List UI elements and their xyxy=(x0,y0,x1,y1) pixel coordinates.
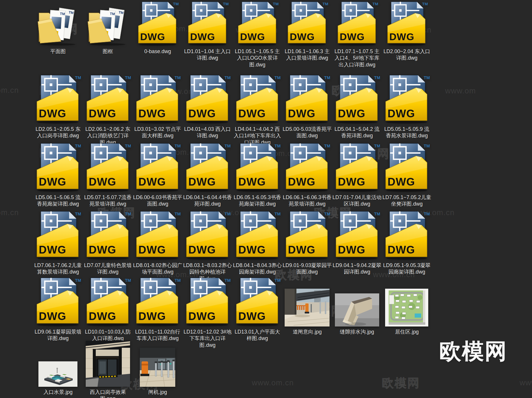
file-icon-holder: TM DWG xyxy=(134,277,181,326)
file-name-label: 西入口岗亭效果图.png xyxy=(83,389,133,398)
file-item[interactable]: 入口水景.jpg xyxy=(33,389,83,395)
file-item[interactable]: 西入口岗亭效果图.png xyxy=(83,389,133,398)
file-name-label: LD5.07.1-5.07.7流香苑景墙详图.dwg xyxy=(83,194,133,207)
dwg-file-icon: TM DWG xyxy=(184,277,231,326)
file-item[interactable]: TM DWG LD9.06.1凝翠园景墙详图.dwg xyxy=(33,329,83,342)
dwg-file-icon: TM DWG xyxy=(384,142,430,192)
file-item[interactable]: TM DWG LD6.06.1~6.06.3书香苑景墙详图.dwg xyxy=(282,194,332,207)
folder-icon: TM TM VG xyxy=(86,5,130,46)
svg-text:DWG: DWG xyxy=(388,108,415,120)
file-icon-holder xyxy=(335,293,379,326)
file-item[interactable]: TM DWG LD3.01~3.02 节点平面大样图.dwg xyxy=(133,126,183,139)
folder-item[interactable]: TM TM VG 图框 xyxy=(83,48,133,55)
file-item[interactable]: 道闸意向.jpg xyxy=(282,329,332,335)
file-icon-holder xyxy=(38,361,77,387)
file-icon-holder: TM DWG xyxy=(234,210,280,260)
svg-text:TM: TM xyxy=(274,211,280,216)
svg-text:DWG: DWG xyxy=(338,108,365,120)
svg-text:DWG: DWG xyxy=(338,244,365,256)
dwg-file-icon: TM DWG xyxy=(236,1,278,46)
file-item[interactable]: TM DWG LD8.04.1~8.04.3养心园廊架详图.dwg xyxy=(232,262,282,275)
svg-text:DWG: DWG xyxy=(188,176,216,188)
file-item[interactable]: 居住区.jpg xyxy=(382,329,432,335)
file-item[interactable]: TM DWG 0-base.dwg xyxy=(133,48,183,55)
folder-item[interactable]: TM TM VG 平面图 xyxy=(33,48,83,55)
file-item[interactable]: TM DWG LD7.05.1~7.05.2儿童坐凳详图.dwg xyxy=(382,194,432,207)
water-feature-image-thumbnail xyxy=(38,361,77,387)
file-item[interactable]: 闸机.jpg xyxy=(133,389,183,395)
file-item[interactable]: TM DWG LD7.01-7.04儿童活动区详图.dwg xyxy=(332,194,382,207)
svg-text:DWG: DWG xyxy=(188,108,216,120)
file-item[interactable]: TM DWG LD7.07儿童特色景墙详图.dwg xyxy=(83,262,133,275)
svg-text:DWG: DWG xyxy=(388,176,415,188)
file-item[interactable]: TM DWG LD9.05.1-9.05.3凝翠园廊架详图.dwg xyxy=(382,262,432,275)
gate-photo-thumbnail xyxy=(285,289,330,326)
dwg-file-icon: TM DWG xyxy=(184,142,231,192)
svg-text:TM: TM xyxy=(323,2,328,6)
svg-text:DWG: DWG xyxy=(288,176,316,188)
svg-text:DWG: DWG xyxy=(39,108,66,120)
file-item[interactable]: TM DWG LD1.05.1~1.05.5 主入口LOGO水景详图.dwg xyxy=(232,48,282,68)
file-item[interactable]: TM DWG LD1.07.1~1.07.5 主入口4、5#地下车库出入口详图.… xyxy=(332,48,382,68)
file-icon-holder: TM DWG xyxy=(85,210,131,260)
file-name-label: LD7.06.1-7.06.2儿童算数景墙详图.dwg xyxy=(33,262,83,275)
file-item[interactable]: TM DWG LD5.07.1-5.07.7流香苑景墙详图.dwg xyxy=(83,194,133,207)
svg-text:TM: TM xyxy=(75,143,81,148)
file-item[interactable]: TM DWG LD6.05.1-6.05.3书香苑廊架详图.dwg xyxy=(232,194,282,207)
file-item[interactable]: TM DWG LD7.06.1-7.06.2儿童算数景墙详图.dwg xyxy=(33,262,83,275)
file-icon-holder: TM DWG xyxy=(35,210,81,260)
file-icon-holder: TM DWG xyxy=(35,142,81,192)
dwg-file-icon: TM DWG xyxy=(336,1,378,46)
folder-icon: TM TM VG xyxy=(36,5,80,46)
file-item[interactable]: TM DWG LD1.06.1~1.06.3 主入口景墙详图.dwg xyxy=(282,48,332,61)
file-item[interactable]: TM DWG LD12.01~12.02 3#地下车库出入口详图.dwg xyxy=(183,329,233,348)
file-name-label: 0-base.dwg xyxy=(133,48,183,55)
file-item[interactable]: TM DWG LD13.01入户平面大样图.dwg xyxy=(232,329,282,342)
svg-text:TM: TM xyxy=(274,278,280,282)
file-item[interactable]: TM DWG LD10.01~10.03人防入口详图.dwg xyxy=(83,329,133,342)
file-item[interactable]: TM DWG LD5.05.1~5.05.9 流香苑水景详图.dwg xyxy=(382,126,432,139)
file-name-label: 平面图 xyxy=(33,48,83,55)
dwg-file-icon: TM DWG xyxy=(384,74,430,124)
svg-text:TM: TM xyxy=(424,75,430,80)
dwg-file-icon: TM DWG xyxy=(85,210,131,260)
file-item[interactable]: TM DWG LD2.05.1~2.05.5 东入口岗亭详图.dwg xyxy=(33,126,83,139)
svg-text:DWG: DWG xyxy=(39,176,66,188)
file-name-label: 缝隙排水沟.jpg xyxy=(332,329,382,335)
svg-text:DWG: DWG xyxy=(388,244,415,256)
svg-text:TM: TM xyxy=(225,75,231,80)
file-item[interactable]: TM DWG LD9.04.1~9.04.2凝翠园详图.dwg xyxy=(332,262,382,275)
file-item[interactable]: TM DWG LD6.00-6.03书香苑平面图.dwg xyxy=(133,194,183,207)
dwg-file-icon: TM DWG xyxy=(334,74,380,124)
file-icon-holder: TM DWG xyxy=(85,74,131,124)
svg-text:TM: TM xyxy=(68,10,74,15)
file-item[interactable]: TM DWG LD5.04.1~5.04.2 流香苑详图.dwg xyxy=(332,126,382,139)
svg-text:DWG: DWG xyxy=(89,176,116,188)
file-name-label: LD6.04.1~6.04.4书香苑详图.dwg xyxy=(183,194,233,207)
file-item[interactable]: TM DWG LD9.01-9.03凝翠园平面图.dwg xyxy=(282,262,332,275)
file-icon-holder: TM DWG xyxy=(234,142,280,192)
file-item[interactable]: TM DWG LD4.01~4.03 西入口详图.dwg xyxy=(183,126,233,139)
svg-text:TM: TM xyxy=(125,211,131,216)
svg-text:TM: TM xyxy=(110,12,115,16)
file-icon-holder: TM DWG xyxy=(334,210,380,260)
svg-text:DWG: DWG xyxy=(238,108,266,120)
file-item[interactable]: TM DWG LD2.00~2.04 东入口详图.dwg xyxy=(382,48,432,61)
dwg-file-icon: TM DWG xyxy=(284,210,330,260)
svg-text:DWG: DWG xyxy=(188,310,216,322)
file-item[interactable]: TM DWG LD6.04.1~6.04.4书香苑详图.dwg xyxy=(183,194,233,207)
file-item[interactable]: 缝隙排水沟.jpg xyxy=(332,329,382,335)
file-name-label: LD6.06.1~6.06.3书香苑景墙详图.dwg xyxy=(282,194,332,207)
file-name-label: LD2.00~2.04 东入口详图.dwg xyxy=(382,48,432,61)
file-item[interactable]: TM DWG LD8.01-8.02养心园广场平面图.dwg xyxy=(133,262,183,275)
file-item[interactable]: TM DWG LD5.00-5.03流香苑平面图.dwg xyxy=(282,126,332,139)
file-item[interactable]: TM DWG LD5.06.1~5.06.5 流香苑廊架详图.dwg xyxy=(33,194,83,207)
file-item[interactable]: TM DWG LD1.01~1.04 主入口详图.dwg xyxy=(183,48,233,61)
file-item[interactable]: TM DWG LD11.01~11.02自行车库入口详图.dwg xyxy=(133,329,183,342)
booth-render-image-thumbnail xyxy=(86,341,130,387)
file-icon-holder: TM DWG xyxy=(134,74,181,124)
file-name-label: 闸机.jpg xyxy=(133,389,183,395)
file-icon-holder: TM DWG xyxy=(284,74,330,124)
file-icon-holder: TM DWG xyxy=(35,74,81,124)
file-icon-holder xyxy=(86,341,130,387)
